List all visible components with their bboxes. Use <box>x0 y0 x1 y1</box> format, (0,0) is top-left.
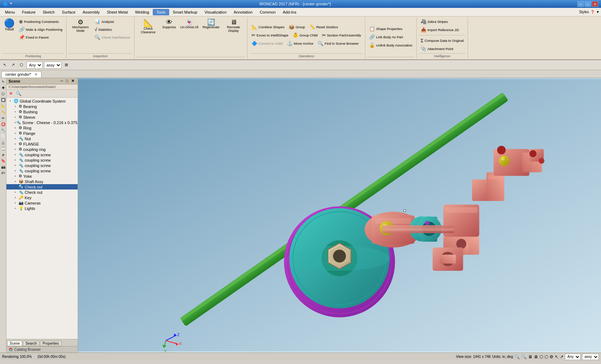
zoom-minus-icon[interactable]: 🔍 <box>514 354 520 359</box>
ls-btn5[interactable]: 📐 <box>0 103 6 109</box>
regenerate-button[interactable]: 🔄 Regenerate <box>201 18 221 30</box>
shape-properties-button[interactable]: 📋 Shape Properties <box>367 25 404 33</box>
group-button[interactable]: 📦 Group <box>287 23 307 31</box>
recreate-display-button[interactable]: 🖥 Recreate Display <box>222 18 245 34</box>
scene-panel-close[interactable]: ✕ <box>70 79 75 83</box>
ls-btn11[interactable]: △ <box>0 139 6 145</box>
tree-expand[interactable]: + <box>14 126 19 130</box>
menu-common[interactable]: Common <box>256 9 279 15</box>
tree-item[interactable]: +💡Lights <box>6 206 78 211</box>
menu-welding[interactable]: Welding <box>131 9 153 15</box>
select-tool-button[interactable]: ↖ <box>1 61 8 69</box>
tree-expand[interactable]: + <box>14 180 19 183</box>
settings-icon[interactable]: ⚙ <box>549 354 553 359</box>
zebra-stripes-button[interactable]: 🦓 Zebra Stripes <box>419 18 450 25</box>
ls-btn2[interactable]: ✚ <box>0 85 6 90</box>
convert-solid-button[interactable]: 🔷 Convert to Solid <box>250 40 284 47</box>
scene-panel-minimize[interactable]: ─ <box>59 79 64 83</box>
zoom-plus-icon[interactable]: 🔍 <box>521 354 527 359</box>
tree-expand[interactable]: + <box>14 174 19 178</box>
tree-expand[interactable]: + <box>14 185 19 189</box>
tree-expand[interactable]: + <box>14 164 19 167</box>
ls-btn14[interactable]: 🔖 <box>0 158 6 163</box>
doc-tab-close[interactable]: ✕ <box>34 72 38 77</box>
tree-expand[interactable]: + <box>14 142 19 146</box>
find-scene-browser-button[interactable]: 🔍 Find in Scene Browser <box>316 40 361 47</box>
ls-btn10[interactable]: ⬜ <box>0 133 6 139</box>
compose-data-button[interactable]: Σ Compose Data to Original <box>419 37 465 44</box>
tree-expand[interactable]: + <box>14 105 19 108</box>
tree-item[interactable]: +📦Shaft Assy <box>6 179 78 184</box>
ls-btn4[interactable]: 🔲 <box>0 97 6 103</box>
close-button[interactable]: ✕ <box>592 1 598 7</box>
check-interference-button[interactable]: 🔍 Check Interference <box>93 34 132 41</box>
ls-btn13[interactable]: ⌀ <box>0 152 6 157</box>
tree-item[interactable]: +🔑Key <box>6 195 78 200</box>
ls-btn9[interactable]: 🔧 <box>0 127 6 133</box>
display-icon1[interactable]: 🖥 <box>528 354 532 359</box>
tree-expand[interactable]: + <box>14 201 19 205</box>
tree-expand[interactable]: + <box>14 148 19 151</box>
tree-expand[interactable]: + <box>14 191 19 194</box>
ls-btn7[interactable]: ✏ <box>0 115 6 121</box>
menu-sketch[interactable]: Sketch <box>39 9 58 15</box>
minimize-button[interactable]: ─ <box>577 1 584 7</box>
suppress-button[interactable]: 👁 Suppress <box>161 18 178 30</box>
statistics-button[interactable]: √ Statistics <box>93 26 132 33</box>
help-icon[interactable]: ❓ <box>590 10 595 14</box>
menu-feature[interactable]: Feature <box>19 9 39 15</box>
tree-item[interactable]: +⚙Bearing <box>6 104 78 109</box>
ls-btn12[interactable]: ⌚ <box>0 146 6 151</box>
menu-surface[interactable]: Surface <box>58 9 79 15</box>
menu-assembly[interactable]: Assembly <box>79 9 103 15</box>
viewport[interactable]: Z X Y <box>78 78 601 353</box>
scene-delete-btn[interactable]: ✕ <box>8 90 14 97</box>
menu-annotation[interactable]: Annotation <box>230 9 256 15</box>
attachment-point-button[interactable]: 📎 Attachment Point <box>419 45 455 53</box>
menu-tools[interactable]: Tools <box>153 9 169 15</box>
restore-button[interactable]: □ <box>585 1 591 7</box>
tree-expand[interactable]: + <box>14 137 19 141</box>
tree-item[interactable]: +⚙FLANGE <box>6 141 78 147</box>
nav-icon[interactable]: ↗ <box>560 354 563 359</box>
tree-expand[interactable]: + <box>14 132 19 135</box>
filter-select[interactable]: Any <box>26 62 43 69</box>
tree-item[interactable]: +🔩Nut <box>6 136 78 141</box>
document-tab-center-grinder[interactable]: center grinder* ✕ <box>1 71 41 78</box>
ls-btn16[interactable]: 🏷 <box>0 170 6 176</box>
catalog-browser-btn[interactable]: 📚 Catalog Browser <box>6 346 78 353</box>
tree-item[interactable]: +⚙Yoke <box>6 173 78 179</box>
menu-smartmarkup[interactable]: Smart Markup <box>169 9 201 15</box>
move-anchor-button[interactable]: ⚓ Move Anchor <box>285 40 315 47</box>
menu-visualization[interactable]: Visualization <box>201 9 230 15</box>
search-tab[interactable]: Search <box>23 341 39 346</box>
properties-tab[interactable]: Properties <box>40 341 62 346</box>
group-child-button[interactable]: 👶 Group Child <box>291 31 319 39</box>
help-icon2[interactable]: ▼ <box>596 10 600 14</box>
tree-item[interactable]: +🔩Screw : Cheese - 0.216 x 0.375 <box>6 120 78 125</box>
display-icon2[interactable]: 🖥 <box>534 354 538 359</box>
exces-intellishape-button[interactable]: ✂ Exces to IntelliShape <box>250 31 290 39</box>
ls-btn8[interactable]: ⭕ <box>0 121 6 127</box>
tree-expand[interactable]: + <box>14 196 19 200</box>
link-body-part-button[interactable]: 🔗 Link Body As Part <box>367 33 405 41</box>
status-assy-select[interactable]: assy <box>582 354 599 360</box>
tree-item[interactable]: +🔩Check nut <box>6 190 78 195</box>
tree-expand[interactable]: + <box>14 110 19 114</box>
triball-button[interactable]: 🔵 TriBall <box>2 18 16 33</box>
ls-btn1[interactable]: ↖ <box>0 79 6 84</box>
positioning-constraints-button[interactable]: ⊕ Positioning Constraints <box>17 18 64 25</box>
fixed-parent-button[interactable]: 📌 Fixed in Parent <box>17 34 64 41</box>
tree-item[interactable]: +⚙Sleeve <box>6 114 78 120</box>
tree-item[interactable]: +⚙coupling ring <box>6 147 78 152</box>
tree-expand[interactable]: + <box>14 115 19 119</box>
ls-btn15[interactable]: 📸 <box>0 164 6 169</box>
tree-item[interactable]: +⚙Ring <box>6 125 78 131</box>
ls-btn3[interactable]: ⬡ <box>0 91 6 97</box>
unghost-button[interactable]: 👻 Un-Ghost All <box>179 18 200 30</box>
tree-item[interactable]: +🔩Check nut <box>6 184 78 190</box>
tree-item[interactable]: +🔩coupling screw <box>6 168 78 173</box>
tree-item[interactable]: +🌐Global Coordinate System <box>6 98 78 104</box>
tree-expand[interactable]: + <box>14 158 19 162</box>
tree-expand[interactable]: + <box>9 99 14 103</box>
